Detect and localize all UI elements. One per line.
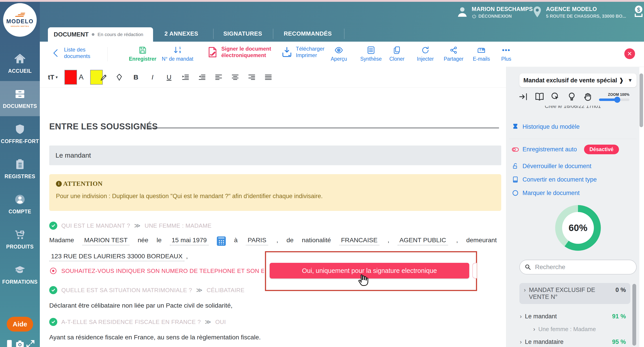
indent-icon	[182, 73, 190, 81]
mark-document-link[interactable]: Marquer le document	[512, 189, 580, 197]
clear-format-button[interactable]	[114, 71, 124, 84]
question-fiscale[interactable]: A-T-ELLE SA RESIDENCE FISCALE EN FRANCE …	[49, 318, 226, 326]
nationality-field[interactable]: FRANCAISE	[339, 236, 379, 245]
camera-icon[interactable]	[15, 339, 24, 347]
align-center-icon	[231, 73, 239, 81]
synthese-button[interactable]: Synthèse	[360, 46, 382, 62]
next-answer-button-edge[interactable]	[472, 263, 477, 278]
justify-button[interactable]	[263, 71, 273, 84]
inject-button[interactable]: Injecter	[417, 46, 434, 62]
zoom-slider[interactable]	[599, 99, 630, 101]
mandat-number-button[interactable]: 19 N° de mandat	[162, 46, 193, 62]
highlight-color-button[interactable]	[90, 71, 108, 84]
agency-name: AGENCE MODELO	[546, 6, 626, 12]
tab-document[interactable]: DOCUMENT En cours de rédaction	[48, 27, 153, 42]
italic-button[interactable]: I	[148, 71, 157, 84]
calendar-icon[interactable]	[217, 236, 226, 246]
static-text: Madame	[49, 236, 74, 244]
tab-signatures[interactable]: SIGNATURES	[223, 30, 262, 37]
graduation-cap-icon	[14, 264, 26, 276]
align-right-icon	[248, 73, 256, 81]
logout-link[interactable]: DÉCONNEXION	[472, 14, 533, 19]
help-button[interactable]: Aide	[7, 317, 33, 331]
panel-scrollbar-thumb[interactable]	[640, 74, 643, 127]
billing-icon[interactable]: $	[632, 5, 644, 18]
align-right-button[interactable]	[247, 71, 257, 84]
template-dropdown[interactable]: Mandat exclusif de vente spécial ❱ M ▼	[519, 74, 636, 87]
bold-button[interactable]: B	[131, 71, 141, 84]
font-size-button[interactable]: tT▾	[48, 71, 58, 84]
sidebar-item-coffre-fort[interactable]: COFFRE-FORT	[0, 116, 40, 151]
toolbar-divider	[108, 47, 108, 61]
emails-button[interactable]: E-mails	[473, 46, 490, 62]
outline-item-femme-madame[interactable]: › Une femme : Madame	[519, 323, 630, 335]
modelo-logo[interactable]: MODELO GROUPE SEPTEO	[3, 3, 37, 37]
sidebar-item-accueil[interactable]: ACCUEIL	[0, 46, 40, 81]
back-to-documents-button[interactable]: Liste desdocuments	[51, 47, 90, 60]
user-block[interactable]: MARION DESCHAMPS DÉCONNEXION	[456, 6, 533, 19]
history-link[interactable]: Historique du modèle	[512, 123, 580, 130]
question-mandant[interactable]: QUI EST LE MANDANT ? ≫ UNE FEMME : MADAM…	[49, 222, 212, 230]
sidebar-item-formations[interactable]: FORMATIONS	[0, 257, 40, 292]
svg-text:9: 9	[179, 50, 181, 54]
refresh-icon	[421, 46, 430, 55]
sidebar-item-documents[interactable]: DOCUMENTS	[0, 81, 40, 116]
indent-button[interactable]	[180, 71, 190, 84]
sign-document-button[interactable]: Signer le documentélectroniquement	[206, 46, 271, 59]
click-target-icon[interactable]	[551, 92, 560, 102]
save-button[interactable]: Enregistrer	[129, 46, 156, 62]
font-color-button[interactable]: A	[64, 71, 84, 84]
sidebar-item-compte[interactable]: COMPTE	[0, 186, 40, 222]
open-book-icon[interactable]	[534, 92, 544, 102]
panel-scrollbar[interactable]	[640, 67, 643, 347]
document-type-icon	[512, 176, 519, 183]
question-phone[interactable]: SOUHAITEZ-VOUS INDIQUER SON NUMERO DE TE…	[49, 267, 264, 275]
right-panel: Mandat exclusif de vente spécial ❱ M ▼ Z…	[506, 67, 639, 347]
convert-document-link[interactable]: Convertir en document type	[512, 176, 597, 183]
lightbulb-icon[interactable]	[567, 92, 577, 102]
check-circle-icon	[49, 286, 57, 294]
plus-button[interactable]: ••• Plus	[501, 46, 511, 62]
share-button[interactable]: Partager	[444, 46, 464, 62]
question-matrimoniale[interactable]: QUELLE EST SA SITUATION MATRIMONIALE ? ≫…	[49, 286, 244, 294]
phone-icon[interactable]	[5, 339, 14, 347]
autosave-toggle[interactable]: Enregistrement auto Désactivé	[512, 145, 619, 154]
profession-field[interactable]: AGENT PUBLIC	[398, 236, 448, 245]
birthplace-field[interactable]: PARIS	[246, 236, 268, 245]
home-icon	[14, 53, 26, 65]
pen-icon	[100, 73, 108, 81]
preview-button[interactable]: Aperçu	[331, 46, 347, 62]
address-field[interactable]: 123 RUE DES LAURIERS 33000 BORDEAUX	[49, 252, 184, 261]
birthdate-field[interactable]: 15 mai 1979	[170, 236, 208, 245]
search-input[interactable]	[534, 263, 631, 271]
close-button[interactable]: ✕	[624, 48, 635, 59]
tab-separator	[344, 29, 344, 39]
expand-icon[interactable]	[26, 339, 35, 347]
sidebar-item-registres[interactable]: REGISTRES	[0, 151, 40, 186]
align-left-button[interactable]	[214, 71, 224, 84]
outdent-button[interactable]	[197, 71, 207, 84]
sidebar: MODELO GROUPE SEPTEO ACCUEIL DOCUMENTS C…	[0, 0, 40, 347]
download-print-button[interactable]: TéléchargerImprimer	[281, 46, 324, 59]
party-box[interactable]: Le mandant	[49, 146, 501, 165]
outline-scrollbar[interactable]	[632, 284, 636, 346]
zoom-slider-thumb[interactable]	[614, 97, 620, 103]
hand-pan-icon[interactable]	[583, 92, 593, 102]
app-root: MODELO GROUPE SEPTEO ACCUEIL DOCUMENTS C…	[0, 0, 644, 347]
name-field[interactable]: MARION TEST	[82, 236, 129, 245]
logo-hatch-icon	[15, 13, 25, 17]
sidebar-item-label: COMPTE	[8, 209, 31, 215]
sidebar-item-produits[interactable]: PRODUITS	[0, 222, 40, 257]
jump-to-icon[interactable]	[518, 92, 528, 102]
outline-item-mandat[interactable]: › MANDAT EXCLUSIF DE VENTE N° 0 %	[519, 283, 630, 304]
outline-item-mandant[interactable]: › Le mandant 91 %	[519, 310, 630, 323]
outline-item-mandataire[interactable]: › Le mandataire 95 %	[519, 335, 630, 347]
tab-recommandes[interactable]: RECOMMANDÉS	[284, 30, 332, 37]
location-pin-icon	[532, 6, 542, 18]
agency-block[interactable]: AGENCE MODELO 5 ROUTE DE CHASSORS, 33000…	[532, 6, 626, 19]
clone-button[interactable]: Cloner	[389, 46, 404, 62]
unlock-document-link[interactable]: Déverrouiller le document	[512, 163, 592, 170]
underline-button[interactable]: U	[164, 71, 174, 84]
tab-annexes[interactable]: 2 ANNEXES	[164, 30, 198, 37]
align-center-button[interactable]	[230, 71, 240, 84]
